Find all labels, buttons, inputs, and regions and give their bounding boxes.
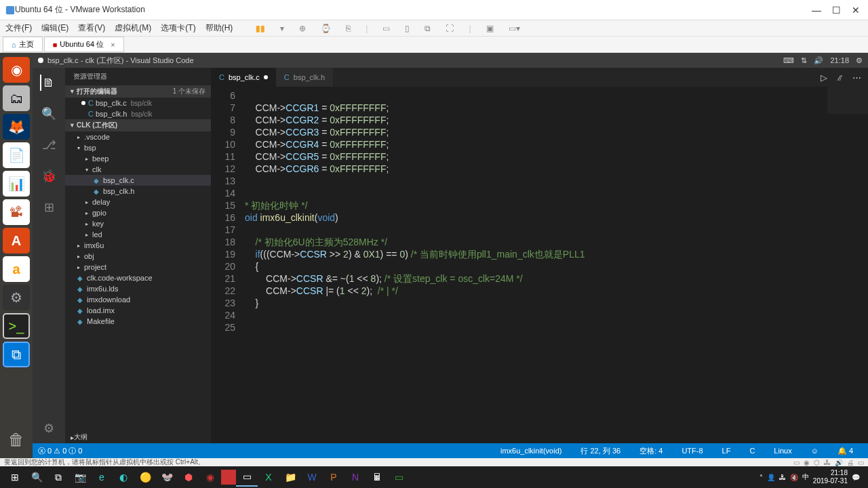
taskbar-app[interactable]: 🐭 xyxy=(156,468,178,487)
file-item[interactable]: ◆imxdownload xyxy=(65,294,211,305)
taskbar-ppt-icon[interactable]: P xyxy=(323,468,344,487)
workspace-section[interactable]: CLK (工作区) xyxy=(65,119,211,131)
minimap[interactable] xyxy=(827,87,868,155)
file-item[interactable]: ◆clk.code-workspace xyxy=(65,272,211,283)
open-editors-section[interactable]: 打开的编辑器 1 个未保存 xyxy=(65,85,211,98)
sb-lang[interactable]: C xyxy=(749,446,755,456)
taskbar-explorer-icon[interactable]: 📁 xyxy=(279,468,301,487)
file-item[interactable]: ◆bsp_clk.c xyxy=(65,175,211,186)
settings-gear-icon[interactable]: ⚙ xyxy=(41,420,57,436)
sound-icon[interactable]: 🔊 xyxy=(814,56,823,65)
menu-view[interactable]: 查看(V) xyxy=(78,22,105,34)
taskbar-chrome-icon[interactable]: 🟡 xyxy=(134,468,156,487)
code-editor[interactable]: 678910111213141516171819202122232425 CCM… xyxy=(211,87,868,443)
launcher-search-icon[interactable]: ◉ xyxy=(3,57,30,83)
launcher-firefox-icon[interactable]: 🦊 xyxy=(3,114,30,140)
minimize-button[interactable]: — xyxy=(812,5,821,16)
taskbar-app[interactable]: 📷 xyxy=(69,468,91,487)
split-icon[interactable]: ⫽ xyxy=(835,73,844,83)
scm-icon[interactable]: ⎇ xyxy=(41,137,57,153)
vm-device-icon[interactable]: ⬡ xyxy=(814,459,820,466)
unity-icon[interactable]: ▣ xyxy=(486,24,494,33)
tray-network-icon[interactable]: 🖧 xyxy=(779,474,786,481)
toolbar-dropdown-icon[interactable]: ▾ xyxy=(280,24,284,33)
sb-pos[interactable]: 行 22, 列 36 xyxy=(580,446,620,456)
vm-device-icon[interactable]: 🔊 xyxy=(835,459,843,466)
debug-icon[interactable]: 🐞 xyxy=(41,168,57,184)
file-item[interactable]: ◆load.imx xyxy=(65,305,211,316)
keyboard-icon[interactable]: ⌨ xyxy=(783,56,794,65)
folder-item[interactable]: led xyxy=(65,229,211,240)
taskbar-search-icon[interactable]: 🔍 xyxy=(26,468,47,487)
vm-device-icon[interactable]: ▭ xyxy=(858,459,864,466)
taskview-icon[interactable]: ⧉ xyxy=(47,468,69,487)
sb-bell-icon[interactable]: 🔔 4 xyxy=(837,446,853,456)
tab-ubuntu[interactable]: ■Ubuntu 64 位 xyxy=(44,37,124,52)
file-item[interactable]: ◆imx6u.lds xyxy=(65,283,211,294)
taskbar-calc-icon[interactable]: 🖩 xyxy=(366,468,388,487)
launcher-writer-icon[interactable]: 📄 xyxy=(3,142,30,168)
guest-display[interactable]: ◉ 🗂 🦊 📄 📊 📽 A a ⚙ >_ ⧉ 🗑 bsp_clk.c - clk… xyxy=(0,53,868,458)
toolbar-menu-icon[interactable]: ▭▾ xyxy=(509,24,520,33)
tray-notifications-icon[interactable]: 💬 xyxy=(852,474,860,481)
launcher-files-icon[interactable]: 🗂 xyxy=(3,85,30,111)
launcher-software-icon[interactable]: A xyxy=(3,228,30,253)
outline-section[interactable]: ▸ 大纲 xyxy=(65,431,211,443)
tray-people-icon[interactable]: 👤 xyxy=(767,474,775,481)
editor-tab[interactable]: Cbsp_clk.c xyxy=(211,68,276,87)
tray-ime-icon[interactable]: 中 xyxy=(802,472,809,482)
snapshot-icon[interactable]: ⊕ xyxy=(299,24,306,33)
tab-home[interactable]: 主页 xyxy=(3,37,43,52)
folder-item[interactable]: clk xyxy=(65,164,211,175)
sb-eol[interactable]: LF xyxy=(722,446,731,456)
sb-spaces[interactable]: 空格: 4 xyxy=(639,446,663,456)
launcher-calc-icon[interactable]: 📊 xyxy=(3,171,30,197)
more-icon[interactable]: ⋯ xyxy=(852,73,861,83)
network-icon[interactable]: ⇅ xyxy=(801,56,807,65)
launcher-amazon-icon[interactable]: a xyxy=(3,256,30,282)
folder-item[interactable]: gpio xyxy=(65,207,211,218)
gear-icon[interactable]: ⚙ xyxy=(856,56,863,65)
vm-device-icon[interactable]: 🖨 xyxy=(847,459,854,466)
folder-item[interactable]: key xyxy=(65,218,211,229)
taskbar-excel-icon[interactable]: X xyxy=(258,468,279,487)
snapshot-mgr-icon[interactable]: ⌚ xyxy=(321,24,331,33)
folder-item[interactable]: imx6u xyxy=(65,240,211,251)
extensions-icon[interactable]: ⊞ xyxy=(41,199,57,216)
pause-icon[interactable]: ▮▮ xyxy=(256,24,265,33)
vm-device-icon[interactable]: ▭ xyxy=(793,459,800,466)
launcher-vscode-icon[interactable]: ⧉ xyxy=(3,342,30,367)
sb-os[interactable]: Linux xyxy=(774,446,791,456)
run-icon[interactable]: ▷ xyxy=(821,73,827,83)
open-editor-item[interactable]: Cbsp_clk.hbsp/clk xyxy=(65,108,211,119)
layout3-icon[interactable]: ⧉ xyxy=(425,24,431,33)
folder-item[interactable]: obj xyxy=(65,251,211,262)
explorer-icon[interactable]: 🗎 xyxy=(40,75,56,91)
launcher-impress-icon[interactable]: 📽 xyxy=(3,199,30,225)
tray-clock[interactable]: 21:18 2019-07-31 xyxy=(813,469,848,485)
folder-item[interactable]: .vscode xyxy=(65,131,211,142)
tray-sound-icon[interactable]: 🔇 xyxy=(790,474,798,481)
sb-feedback-icon[interactable]: ☺ xyxy=(811,446,818,456)
sb-scope[interactable]: imx6u_clkinit(void) xyxy=(500,446,561,456)
fullscreen-icon[interactable]: ⛶ xyxy=(446,24,454,33)
menu-tabs[interactable]: 选项卡(T) xyxy=(161,22,195,34)
close-button[interactable]: ✕ xyxy=(852,5,860,16)
start-button[interactable]: ⊞ xyxy=(4,468,26,487)
vm-device-icon[interactable]: ◉ xyxy=(804,459,810,466)
taskbar-app[interactable]: ◐ xyxy=(113,468,134,487)
folder-item[interactable]: delay xyxy=(65,197,211,207)
menu-file[interactable]: 文件(F) xyxy=(5,22,32,34)
vm-device-icon[interactable]: 🖧 xyxy=(824,459,831,466)
launcher-terminal-icon[interactable]: >_ xyxy=(3,313,30,339)
taskbar-app[interactable]: ⬢ xyxy=(178,468,199,487)
taskbar-word-icon[interactable]: W xyxy=(301,468,323,487)
file-item[interactable]: ◆bsp_clk.h xyxy=(65,186,211,197)
sb-errors[interactable]: ⓧ 0 ⚠ 0 ⓘ 0 xyxy=(38,446,82,456)
layout2-icon[interactable]: ▯ xyxy=(405,24,410,33)
maximize-button[interactable]: ☐ xyxy=(832,5,841,16)
screenshot-icon[interactable]: ⎘ xyxy=(346,24,351,33)
file-item[interactable]: ◆Makefile xyxy=(65,316,211,327)
folder-item[interactable]: project xyxy=(65,262,211,272)
folder-item[interactable]: bsp xyxy=(65,142,211,153)
